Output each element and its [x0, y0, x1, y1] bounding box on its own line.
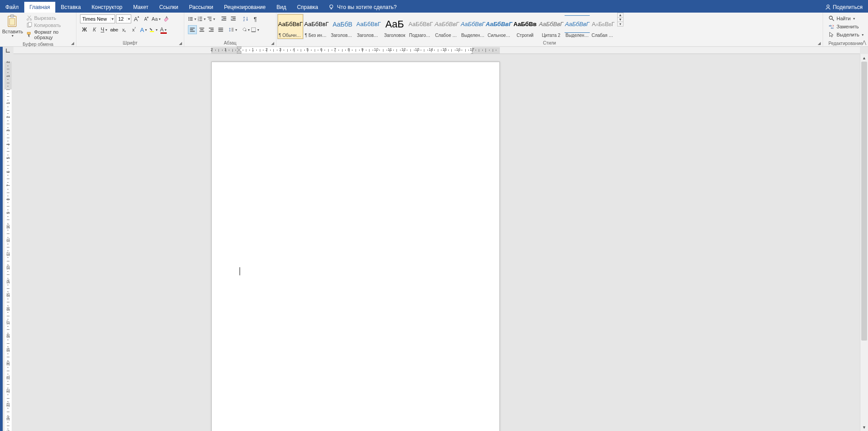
tab-design[interactable]: Конструктор [86, 2, 128, 13]
tell-me-search[interactable]: Что вы хотите сделать? [328, 2, 397, 13]
decrease-indent-button[interactable] [219, 14, 228, 23]
scroll-thumb[interactable] [861, 62, 867, 341]
styles-expand[interactable]: ▾ [618, 22, 623, 26]
style-strong[interactable]: АаБбВвСтрогий [512, 14, 538, 39]
increase-indent-button[interactable] [229, 14, 238, 23]
scroll-down-button[interactable]: ▼ [860, 423, 868, 431]
align-center-button[interactable] [197, 25, 206, 34]
document-page[interactable] [211, 62, 500, 431]
tab-selector[interactable] [3, 47, 13, 54]
style-normal[interactable]: АаБбВвГ¶ Обычный [277, 14, 303, 39]
clear-formatting-button[interactable]: A [162, 14, 171, 23]
styles-scroll-down[interactable]: ▼ [618, 18, 623, 22]
style-title[interactable]: АаБЗаголовок [382, 14, 408, 39]
bullets-button[interactable]: ▼ [188, 14, 197, 23]
font-color-button[interactable]: A▼ [159, 25, 168, 34]
vertical-scrollbar[interactable]: ▲ ▼ [860, 54, 868, 431]
clipboard-launcher[interactable]: ◢ [70, 40, 75, 46]
line-spacing-icon [229, 27, 234, 33]
align-left-button[interactable] [188, 25, 197, 34]
sort-button[interactable]: AZ [241, 14, 250, 23]
multilevel-list-button[interactable]: ▼ [207, 14, 216, 23]
style-h1[interactable]: АаБбВЗаголово… [329, 14, 356, 39]
select-button[interactable]: Выделить▼ [827, 31, 866, 39]
tab-home[interactable]: Главная [24, 2, 56, 13]
style-label: Сильное… [486, 33, 512, 38]
chevron-down-icon: ▼ [11, 34, 14, 37]
tab-layout[interactable]: Макет [128, 2, 154, 13]
svg-rect-8 [28, 22, 31, 27]
numbering-button[interactable]: 123▼ [197, 14, 206, 23]
style-subtle-ref[interactable]: АаБбВвГСлабая сс… [590, 14, 616, 39]
font-name-combo[interactable]: ▼ [80, 14, 115, 23]
superscript-button[interactable]: x² [129, 25, 138, 34]
style-subtitle[interactable]: АаБбВвГПодзагол… [408, 14, 434, 39]
paste-button[interactable]: Вставить ▼ [2, 13, 23, 38]
style-emph[interactable]: АаБбВвГВыделение [460, 14, 486, 39]
search-icon [828, 15, 835, 22]
bold-button[interactable]: Ж [80, 25, 89, 34]
find-button[interactable]: Найти▼ [827, 14, 866, 22]
svg-text:3: 3 [198, 19, 199, 22]
tab-file[interactable]: Файл [0, 2, 24, 13]
collapse-ribbon-button[interactable]: ⋀ [862, 40, 866, 45]
cut-button[interactable]: Вырезать [24, 14, 74, 22]
replace-button[interactable]: abac Заменить [827, 22, 866, 31]
tab-insert[interactable]: Вставка [55, 2, 86, 13]
underline-button[interactable]: Ч▼ [100, 25, 109, 34]
svg-point-14 [188, 18, 189, 19]
justify-button[interactable] [216, 25, 225, 34]
tab-references[interactable]: Ссылки [154, 2, 183, 13]
svg-rect-32 [231, 20, 236, 21]
style-preview: АаБбВвГ [304, 15, 329, 33]
tab-review[interactable]: Рецензирование [218, 2, 271, 13]
share-button[interactable]: Поделиться [825, 2, 863, 13]
chevron-down-icon[interactable]: ▼ [127, 17, 131, 21]
style-label: ¶ Без инте… [304, 33, 329, 38]
style-intense-quote[interactable]: АаБбВвГВыделенн… [564, 14, 590, 39]
line-spacing-button[interactable]: ▼ [229, 25, 238, 34]
strikethrough-button[interactable]: abc [110, 25, 119, 34]
subscript-button[interactable]: x₂ [120, 25, 129, 34]
grow-font-button[interactable]: A▴ [132, 14, 141, 23]
horizontal-ruler[interactable]: 211234567891011121314151617 [13, 47, 860, 54]
tab-help[interactable]: Справка [292, 2, 324, 13]
styles-launcher[interactable]: ◢ [816, 40, 822, 46]
tab-view[interactable]: Вид [271, 2, 292, 13]
font-launcher[interactable]: ◢ [178, 40, 183, 46]
borders-button[interactable]: ▼ [251, 25, 260, 34]
svg-rect-23 [200, 20, 202, 21]
text-effects-button[interactable]: A▼ [139, 25, 148, 34]
svg-rect-13 [190, 17, 193, 18]
style-nospacing[interactable]: АаБбВвГ¶ Без инте… [303, 14, 329, 39]
outdent-icon [221, 16, 227, 22]
copy-button[interactable]: Копировать [24, 22, 74, 29]
document-area[interactable] [13, 54, 860, 431]
copy-icon [26, 22, 32, 28]
tab-stop-icon [5, 48, 11, 53]
styles-scroll-up[interactable]: ▲ [618, 13, 623, 18]
svg-rect-39 [200, 29, 204, 30]
align-right-button[interactable] [207, 25, 216, 34]
style-preview: АаБбВвГ [460, 15, 485, 33]
paragraph-launcher[interactable]: ◢ [270, 40, 275, 46]
italic-button[interactable]: К [90, 25, 99, 34]
change-case-button[interactable]: Aa▼ [152, 14, 161, 23]
font-size-combo[interactable]: ▼ [116, 14, 131, 23]
format-painter-button[interactable]: Формат по образцу [24, 29, 74, 40]
style-subtle-emph[interactable]: АаБбВвГСлабое в… [434, 14, 460, 39]
show-marks-button[interactable]: ¶ [251, 14, 260, 23]
style-quote[interactable]: АаБбВвГЦитата 2 [538, 14, 564, 39]
font-size-input[interactable] [116, 16, 127, 22]
font-name-input[interactable] [80, 16, 110, 22]
scroll-up-button[interactable]: ▲ [860, 54, 868, 62]
vertical-ruler[interactable]: 2112345678910111213141516171819202122232… [3, 54, 13, 431]
style-h2[interactable]: АаБбВвГЗаголово… [356, 14, 382, 39]
chevron-down-icon[interactable]: ▼ [110, 17, 115, 21]
style-intense-emph[interactable]: АаБбВвГСильное… [486, 14, 512, 39]
highlight-button[interactable]: ▼ [149, 25, 158, 34]
tab-mailings[interactable]: Рассылки [183, 2, 218, 13]
shading-button[interactable]: ▼ [241, 25, 250, 34]
scissors-icon [26, 15, 32, 21]
shrink-font-button[interactable]: A▾ [142, 14, 151, 23]
